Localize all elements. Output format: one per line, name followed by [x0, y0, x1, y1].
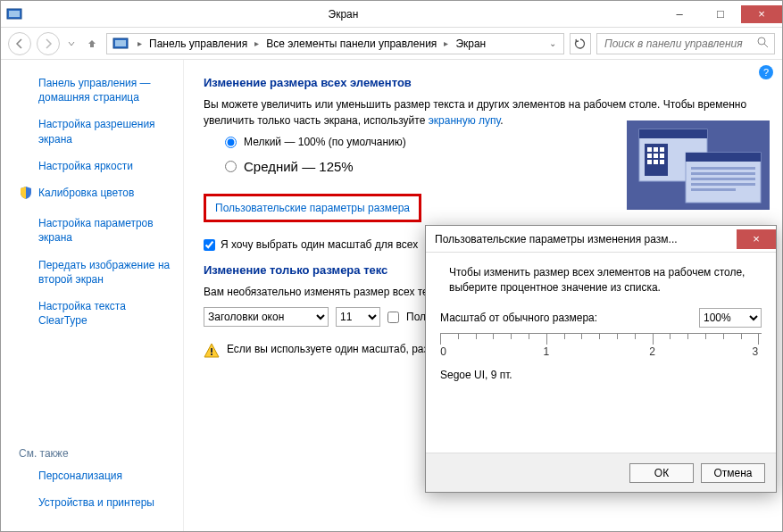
sidebar-item-project[interactable]: Передать изображение на второй экран	[19, 258, 172, 287]
scale-select[interactable]: 100%	[699, 308, 762, 328]
svg-rect-3	[115, 40, 126, 46]
blank-icon	[19, 258, 33, 287]
sidebar-item-personalization[interactable]: Персонализация	[19, 469, 172, 483]
sidebar-item-devices[interactable]: Устройства и принтеры	[19, 495, 172, 510]
ruler[interactable]: 0 1 2 3	[440, 333, 762, 360]
search-box[interactable]	[596, 33, 775, 54]
sidebar-link[interactable]: Передать изображение на второй экран	[38, 258, 172, 287]
sidebar-item-cleartype[interactable]: Настройка текста ClearType	[19, 299, 172, 328]
breadcrumb-leaf[interactable]: Экран	[454, 36, 487, 52]
radio-medium[interactable]	[225, 161, 237, 172]
sidebar-item-calibrate[interactable]: Калибровка цветов	[19, 186, 172, 204]
sidebar-link[interactable]: Настройка текста ClearType	[38, 299, 172, 328]
maximize-button[interactable]: □	[700, 5, 741, 23]
sidebar-item-resolution[interactable]: Настройка разрешения экрана	[19, 117, 172, 145]
sidebar-link[interactable]: Настройка параметров экрана	[38, 216, 172, 245]
svg-rect-14	[654, 154, 658, 158]
preview-image	[627, 121, 770, 212]
cancel-button[interactable]: Отмена	[701, 463, 765, 483]
shield-icon	[19, 186, 33, 204]
minimize-button[interactable]: –	[659, 5, 700, 23]
window-controls: – □ ×	[659, 5, 782, 23]
dialog-body: Чтобы изменить размер всех элементов на …	[426, 253, 776, 390]
blank-icon	[19, 117, 33, 145]
close-button[interactable]: ×	[741, 5, 782, 23]
sidebar-link[interactable]: Калибровка цветов	[38, 186, 134, 204]
magnifier-link[interactable]: экранную лупу	[429, 114, 501, 127]
blank-icon	[19, 216, 33, 245]
custom-size-highlight: Пользовательские параметры размера	[204, 194, 421, 222]
breadcrumb-root[interactable]: Панель управления	[147, 36, 249, 52]
dialog-close-button[interactable]: ×	[737, 229, 776, 249]
chevron-right-icon: ▸	[249, 38, 264, 48]
custom-dpi-dialog: Пользовательские параметры изменения раз…	[425, 225, 777, 493]
svg-rect-10	[647, 147, 652, 152]
custom-size-link[interactable]: Пользовательские параметры размера	[215, 202, 410, 214]
titlebar: Экран – □ ×	[1, 1, 782, 28]
breadcrumb[interactable]: ▸ Панель управления ▸ Все элементы панел…	[106, 33, 564, 54]
dialog-title: Пользовательские параметры изменения раз…	[435, 233, 737, 245]
bold-checkbox[interactable]	[387, 312, 399, 323]
svg-rect-22	[691, 172, 755, 175]
radio-medium-label: Средний — 125%	[244, 159, 354, 174]
ok-button[interactable]: ОК	[629, 463, 694, 483]
svg-rect-11	[654, 147, 658, 152]
help-icon[interactable]: ?	[759, 65, 773, 79]
svg-rect-26	[211, 348, 212, 353]
sidebar-item-display-params[interactable]: Настройка параметров экрана	[19, 216, 172, 245]
sidebar-link[interactable]: Настройка яркости	[38, 159, 133, 173]
back-button[interactable]	[8, 32, 31, 55]
svg-rect-16	[647, 160, 652, 164]
single-scale-checkbox[interactable]	[204, 239, 215, 251]
breadcrumb-mid[interactable]: Все элементы панели управления	[264, 36, 438, 52]
sidebar-link[interactable]: Настройка разрешения экрана	[38, 117, 172, 145]
blank-icon	[19, 469, 33, 483]
sidebar-link[interactable]: Персонализация	[38, 469, 122, 483]
blank-icon	[19, 159, 33, 173]
sidebar-item-home[interactable]: Панель управления — домашняя страница	[19, 76, 172, 104]
svg-rect-1	[9, 11, 20, 17]
svg-rect-23	[691, 178, 755, 180]
search-icon	[757, 37, 769, 51]
sidebar-link[interactable]: Устройства и принтеры	[38, 495, 154, 510]
warning-icon	[204, 343, 220, 359]
breadcrumb-dropdown[interactable]: ⌄	[544, 38, 562, 48]
svg-rect-8	[639, 129, 707, 138]
svg-rect-15	[660, 154, 664, 158]
dialog-titlebar: Пользовательские параметры изменения раз…	[426, 226, 776, 253]
chevron-right-icon: ▸	[132, 38, 147, 48]
sidebar-item-brightness[interactable]: Настройка яркости	[19, 159, 172, 173]
radio-small-label: Мелкий — 100% (по умолчанию)	[244, 136, 406, 148]
forward-button[interactable]	[37, 32, 60, 55]
see-also-title: См. также	[19, 447, 172, 460]
svg-line-5	[764, 44, 768, 47]
recent-dropdown[interactable]	[65, 32, 78, 55]
font-size-select[interactable]: 11	[336, 307, 380, 327]
sample-text: Segoe UI, 9 пт.	[440, 369, 762, 381]
blank-icon	[19, 495, 33, 510]
refresh-button[interactable]	[570, 33, 591, 54]
sidebar-link[interactable]: Панель управления — домашняя страница	[38, 76, 172, 104]
blank-icon	[19, 299, 33, 328]
element-select[interactable]: Заголовки окон	[204, 307, 329, 327]
dialog-description: Чтобы изменить размер всех элементов на …	[449, 265, 753, 295]
svg-rect-25	[691, 188, 736, 191]
window-title: Экран	[28, 8, 659, 21]
page-heading-1: Изменение размера всех элементов	[204, 76, 762, 89]
svg-rect-20	[686, 153, 761, 162]
svg-rect-27	[211, 353, 212, 355]
chevron-right-icon: ▸	[438, 38, 454, 48]
svg-point-4	[758, 37, 765, 45]
svg-rect-12	[660, 147, 664, 152]
sidebar: Панель управления — домашняя страница На…	[1, 60, 184, 532]
blank-icon	[19, 76, 33, 104]
sidebar-spacer	[19, 340, 172, 447]
single-scale-label: Я хочу выбрать один масштаб для всех	[221, 238, 418, 251]
up-button[interactable]	[83, 32, 101, 55]
dialog-buttons: ОК Отмена	[426, 453, 776, 492]
svg-rect-24	[691, 183, 755, 186]
search-input[interactable]	[603, 37, 757, 51]
control-panel-icon	[112, 37, 129, 51]
radio-small[interactable]	[225, 137, 237, 148]
ruler-ticks	[440, 333, 762, 340]
